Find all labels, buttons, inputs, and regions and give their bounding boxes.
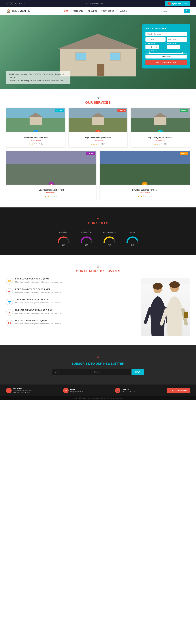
skill-label-2: Matching Buyer [80, 231, 94, 233]
svg-line-1 [145, 308, 150, 322]
watermark-text: 访问下载更多素材：bbs.deniao.com 下载更多请访问：bbs.deni… [74, 398, 122, 399]
people-silhouette [141, 278, 190, 336]
featured-item-4: ⚙ NULLAM ELEMENTUM BLANDIT DUI Maecenas … [6, 309, 135, 316]
location-icon: 📍 [6, 388, 12, 393]
house-door [97, 64, 104, 76]
skill-label-1: Make Money [57, 231, 70, 233]
price-slider-thumb-left[interactable] [149, 52, 151, 54]
newsletter-name-input[interactable] [52, 369, 92, 375]
card-agency-3: Reality Agency [133, 140, 188, 141]
newsletter-divider: ✉ [6, 354, 190, 361]
phone-display: 📞 +(000) 123 234 22 [165, 1, 190, 6]
newsletter-email-input[interactable] [92, 369, 131, 375]
featured-title: OUR FEATURED SERVICES [6, 269, 190, 273]
bed-rooms-control: BED ROOMS - 3 + [145, 43, 166, 49]
featured-list: 🤝 LACINIA VEHICULA AC ALIQUAM Maecenas b… [6, 278, 135, 330]
skills-title: OUR SKILLS [6, 221, 190, 225]
featured-item-5: 🛏 ULLAMCORPER NISL ALIQUAM Maecenas bibe… [6, 320, 135, 326]
type-location-row: Any Type House Apartment Any Location Ne… [145, 37, 187, 43]
search-icon: 🔍 [97, 96, 99, 99]
find-properties-button[interactable]: Find properties [145, 60, 187, 66]
beds-baths-row: BED ROOMS - 3 + BATH ROOMS - 4 + [145, 43, 187, 49]
footer: 📍 Location 795 Folsom Ave, Suite 600New … [0, 384, 196, 396]
logo-icon: 🏠 [6, 9, 10, 13]
social-rss-icon[interactable]: r [21, 2, 24, 5]
nav-short-codes[interactable]: SHORT CODES ▾ [99, 8, 117, 13]
feat-title-3: TINCIDUNT URNA EGESTAS NON [15, 299, 62, 301]
price-slider-thumb-right[interactable] [182, 52, 184, 54]
card-title-2: High Rise Buildings For Rent [71, 137, 125, 139]
skill-matching-buyer: Matching Buyer 80% [80, 231, 94, 246]
featured-section: 📋 OUR FEATURED SERVICES 🤝 LACINIA VEHICU… [0, 255, 196, 345]
feat-icon-5: 🛏 [6, 320, 13, 326]
house-window-left [75, 52, 86, 61]
contact-today-button[interactable]: CONTACT US TODAY [167, 388, 190, 393]
property-image-1: $ 32,000 🏠 [6, 108, 65, 132]
newsletter-form: Send [52, 369, 144, 375]
house-body [60, 49, 136, 76]
email-address: info@example.com [89, 2, 103, 4]
price-range-label: PRICE RANGE [145, 50, 187, 52]
skill-support: Support 85% [126, 231, 139, 246]
keyword-filter-input[interactable] [145, 32, 187, 36]
search-input[interactable] [160, 9, 184, 13]
featured-divider: 📋 [6, 264, 190, 268]
newsletter-submit-button[interactable]: Send [131, 369, 144, 375]
mini-house-2 [90, 113, 106, 125]
card-rating-1: ★★★★★ (543) [8, 142, 63, 145]
bath-decrement-button[interactable]: - [167, 45, 171, 49]
search-bar: 🔍 [160, 9, 190, 13]
property-card-4: $ 21,543 🏠 Low Rise Buildings For Rent R… [6, 151, 97, 200]
property-type-select[interactable]: Any Type House Apartment [145, 37, 166, 42]
services-divider: 🔍 [6, 96, 190, 99]
feat-body-1: Maecenas bibendum nisl purus, in ullamco… [15, 281, 62, 283]
skills-grid: Make Money 65% Matching Buyer 80% Market… [6, 231, 190, 246]
newsletter-section: ✉ SUBSCRIBE TO OUR NEWSLETTER Send [0, 345, 196, 384]
feat-text-4: NULLAM ELEMENTUM BLANDIT DUI Maecenas bi… [15, 309, 62, 315]
feat-body-5: Maecenas bibendum nisl purus, in ullamco… [15, 322, 62, 325]
bed-increment-button[interactable]: + [154, 45, 159, 49]
card-type-icon-1: 🏠 [33, 130, 38, 132]
nav-about[interactable]: ABOUT US [86, 9, 99, 13]
feat-icon-3: 🌐 [6, 299, 13, 306]
social-google-icon[interactable]: g [14, 2, 17, 5]
social-facebook-icon[interactable]: f [6, 2, 9, 5]
skill-gauge-2 [80, 236, 94, 243]
skill-gauge-4 [126, 236, 139, 243]
top-bar-left: f t g in r [6, 2, 24, 5]
price-display: $50 - $600 [145, 55, 187, 58]
property-image-3: $ 45,000 🏡 [131, 108, 190, 132]
property-image-4: $ 21,543 🏠 [6, 151, 96, 184]
price-badge-1: $ 32,000 [55, 109, 64, 112]
bed-decrement-button[interactable]: - [145, 45, 149, 49]
nav-mail[interactable]: MAIL US [117, 9, 129, 13]
card-body-2: High Rise Buildings For Rent Reality Age… [69, 132, 128, 148]
property-card-3: $ 45,000 🏡 Big Luxury House For Rent Rea… [131, 108, 190, 148]
services-section: 🔍 OUR SERVICES $ 32,000 🏠 2 Bedroom Hous… [0, 89, 196, 208]
divider-line-left [84, 98, 95, 98]
search-button[interactable]: 🔍 [184, 9, 190, 13]
phone-icon: 📞 [168, 2, 171, 5]
skill-gauge-3 [102, 236, 116, 243]
svg-point-3 [153, 283, 163, 290]
property-location-select[interactable]: Any Location New York Los Angeles [167, 37, 187, 42]
nav-properties[interactable]: PROPERTIES [70, 9, 86, 13]
feat-body-3: Maecenas bibendum nisl purus, in ullamco… [15, 302, 62, 304]
bath-increment-button[interactable]: + [176, 45, 180, 49]
card-rating-5: ★★★★★ (653) [102, 194, 188, 198]
card-rating-3: ★★★★★ (854) [133, 142, 188, 145]
feat-title-5: ULLAMCORPER NISL ALIQUAM [15, 320, 62, 322]
phone-number: +(000) 123 234 22 [172, 2, 187, 4]
nav-home[interactable]: HOME [61, 9, 70, 13]
services-grid-top: $ 32,000 🏠 2 Bedroom House For Rent Real… [6, 108, 190, 148]
hero-section: Real Estate Investing, Even On A Very Sm… [0, 15, 196, 89]
svg-point-7 [169, 281, 180, 288]
bath-rooms-control: BATH ROOMS - 4 + [167, 43, 187, 49]
location-label: Location [13, 388, 31, 390]
social-twitter-icon[interactable]: t [10, 2, 13, 5]
header: 🏠 TENEMENTS HOME PROPERTIES ABOUT US SHO… [0, 7, 196, 15]
house-window-right [110, 52, 121, 61]
feat-text-2: EGET BLANDIT LEO TEMPOR NISI Maecenas bi… [15, 288, 62, 294]
location-value: 795 Folsom Ave, Suite 600New York City U… [13, 390, 31, 393]
social-linkedin-icon[interactable]: in [18, 2, 21, 5]
